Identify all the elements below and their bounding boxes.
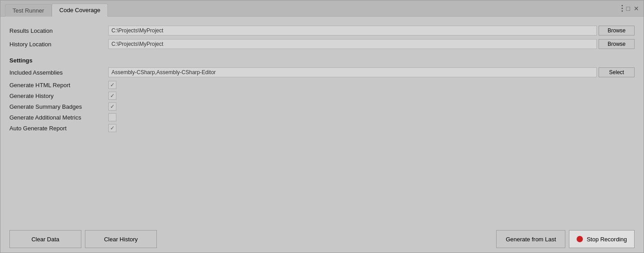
results-location-row: Results Location Browse xyxy=(9,26,635,36)
close-icon[interactable]: ✕ xyxy=(634,5,639,12)
generate-summary-badges-label: Generate Summary Badges xyxy=(9,103,108,110)
menu-dots-icon[interactable] xyxy=(622,5,623,12)
tab-code-coverage[interactable]: Code Coverage xyxy=(52,4,108,17)
window-controls: □ ✕ xyxy=(622,5,639,15)
stop-recording-button[interactable]: Stop Recording xyxy=(569,230,635,248)
generate-history-checkbox[interactable] xyxy=(108,92,116,100)
generate-html-report-row: Generate HTML Report xyxy=(9,81,635,89)
generate-history-row: Generate History xyxy=(9,92,635,100)
history-browse-button[interactable]: Browse xyxy=(599,39,635,49)
select-button[interactable]: Select xyxy=(599,67,635,77)
maximize-icon[interactable]: □ xyxy=(626,5,630,12)
results-browse-button[interactable]: Browse xyxy=(599,26,635,36)
included-assemblies-input[interactable] xyxy=(108,67,597,77)
generate-html-report-checkbox[interactable] xyxy=(108,81,116,89)
record-dot-icon xyxy=(577,236,583,242)
history-location-label: History Location xyxy=(9,41,108,48)
content-area: Results Location Browse History Location… xyxy=(0,17,644,226)
history-location-input[interactable] xyxy=(108,39,597,49)
settings-header: Settings xyxy=(9,57,635,64)
clear-data-button[interactable]: Clear Data xyxy=(9,230,81,248)
generate-from-last-button[interactable]: Generate from Last xyxy=(496,230,565,248)
title-bar: Test Runner Code Coverage □ ✕ xyxy=(0,0,644,17)
generate-history-label: Generate History xyxy=(9,93,108,99)
generate-additional-metrics-label: Generate Additional Metrics xyxy=(9,114,108,121)
tab-bar: Test Runner Code Coverage xyxy=(5,3,108,16)
stop-recording-label: Stop Recording xyxy=(586,236,627,243)
generate-html-report-label: Generate HTML Report xyxy=(9,82,108,89)
auto-generate-report-checkbox[interactable] xyxy=(108,124,116,132)
clear-history-button[interactable]: Clear History xyxy=(85,230,157,248)
included-assemblies-row: Included Assemblies Select xyxy=(9,67,635,77)
generate-summary-badges-row: Generate Summary Badges xyxy=(9,102,635,111)
auto-generate-report-row: Auto Generate Report xyxy=(9,124,635,132)
included-assemblies-label: Included Assemblies xyxy=(9,69,108,76)
tab-test-runner[interactable]: Test Runner xyxy=(5,4,52,17)
results-location-label: Results Location xyxy=(9,27,108,34)
results-location-input[interactable] xyxy=(108,26,597,36)
generate-summary-badges-checkbox[interactable] xyxy=(108,102,116,111)
generate-additional-metrics-row: Generate Additional Metrics xyxy=(9,113,635,121)
footer-bar: Clear Data Clear History Generate from L… xyxy=(0,226,644,253)
main-window: Test Runner Code Coverage □ ✕ Results Lo… xyxy=(0,0,644,253)
history-location-row: History Location Browse xyxy=(9,39,635,49)
generate-additional-metrics-checkbox[interactable] xyxy=(108,113,116,121)
auto-generate-report-label: Auto Generate Report xyxy=(9,125,108,132)
